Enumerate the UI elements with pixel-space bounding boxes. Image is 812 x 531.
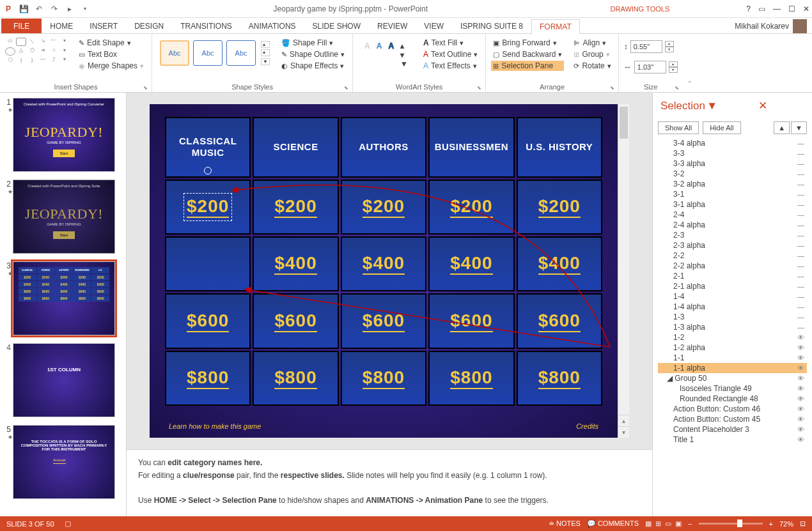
selection-item[interactable]: 2-4 alpha— bbox=[658, 220, 807, 230]
value-cell[interactable]: $200 bbox=[253, 180, 338, 235]
selection-item[interactable]: Title 1👁 bbox=[658, 435, 807, 445]
ribbon-display-icon[interactable]: ▭ bbox=[758, 4, 765, 13]
selection-item[interactable]: 1-2 alpha👁 bbox=[658, 342, 807, 353]
group-button[interactable]: ⊞ Group ▾ bbox=[572, 49, 613, 59]
notes-toggle[interactable]: ≐ NOTES bbox=[549, 519, 581, 528]
selection-item[interactable]: 1-3— bbox=[658, 312, 807, 322]
value-cell[interactable]: $200 bbox=[165, 180, 251, 235]
user-account[interactable]: Mikhail Kokarev bbox=[730, 19, 812, 33]
selection-item[interactable]: 3-3 alpha— bbox=[658, 158, 807, 169]
wordart-style-1[interactable]: A bbox=[364, 42, 370, 68]
value-cell[interactable]: $800 bbox=[428, 351, 514, 406]
shape-effects-button[interactable]: ◐ Shape Effects ▾ bbox=[279, 61, 347, 71]
category-cell[interactable]: U.S. HISTORY bbox=[517, 117, 602, 178]
selection-item[interactable]: Rounded Rectangle 48👁 bbox=[658, 394, 807, 404]
editor-vscroll[interactable]: ▴ ▾ bbox=[618, 104, 629, 438]
value-cell[interactable]: $600 bbox=[428, 293, 514, 348]
text-outline-button[interactable]: A Text Outline ▾ bbox=[421, 49, 480, 59]
value-cell[interactable]: $200 bbox=[428, 180, 514, 235]
selection-item[interactable]: 1-4— bbox=[658, 291, 807, 302]
style-swatch-2[interactable]: Abc bbox=[193, 40, 223, 66]
selection-item[interactable]: 2-3 alpha— bbox=[658, 240, 807, 250]
zoom-level[interactable]: 72% bbox=[779, 520, 793, 528]
edit-shape-button[interactable]: ✎ Edit Shape ▾ bbox=[76, 38, 146, 48]
value-cell[interactable]: $600 bbox=[341, 293, 426, 348]
shape-outline-button[interactable]: ✎ Shape Outline ▾ bbox=[279, 49, 347, 59]
tab-insert[interactable]: INSERT bbox=[81, 19, 126, 33]
close-pane-icon[interactable]: ✕ bbox=[758, 99, 804, 112]
bring-forward-button[interactable]: ▣ Bring Forward ▾ bbox=[491, 38, 564, 48]
selection-item[interactable]: 1-1👁 bbox=[658, 353, 807, 363]
close-icon[interactable]: ✕ bbox=[803, 4, 809, 13]
text-fill-button[interactable]: A Text Fill ▾ bbox=[421, 38, 480, 48]
selection-item[interactable]: 2-1 alpha— bbox=[658, 281, 807, 291]
comments-toggle[interactable]: 💬 COMMENTS bbox=[587, 519, 639, 528]
selection-item[interactable]: 3-2 alpha— bbox=[658, 179, 807, 189]
shape-fill-button[interactable]: 🪣 Shape Fill ▾ bbox=[279, 38, 347, 48]
selection-list[interactable]: 3-4 alpha—3-3—3-3 alpha—3-2—3-2 alpha—3-… bbox=[653, 137, 812, 516]
learn-link[interactable]: Learn how to make this game bbox=[169, 422, 261, 430]
thumbnail-4[interactable]: 4 1ST COLUMN bbox=[3, 343, 123, 417]
slideshow-view-icon[interactable]: ▣ bbox=[675, 519, 682, 528]
tab-review[interactable]: REVIEW bbox=[369, 19, 416, 33]
slide-canvas[interactable]: CLASSICAL MUSICSCIENCEAUTHORSBUSINESSMEN… bbox=[150, 104, 618, 438]
value-cell[interactable]: $800 bbox=[253, 351, 338, 406]
prev-slide-icon[interactable]: ▴ bbox=[618, 415, 629, 426]
value-cell[interactable]: $400 bbox=[428, 236, 514, 291]
selection-item[interactable]: 2-2— bbox=[658, 250, 807, 261]
pane-dropdown-icon[interactable]: ▼ bbox=[707, 100, 753, 112]
rotate-button[interactable]: ⟳ Rotate ▾ bbox=[572, 61, 613, 71]
tab-view[interactable]: VIEW bbox=[416, 19, 452, 33]
selection-item[interactable]: 2-1— bbox=[658, 271, 807, 281]
tab-ispring[interactable]: ISPRING SUITE 8 bbox=[452, 19, 531, 33]
wordart-style-2[interactable]: A bbox=[377, 42, 382, 68]
save-icon[interactable]: 💾 bbox=[18, 3, 29, 15]
move-up-button[interactable]: ▲ bbox=[774, 121, 790, 134]
merge-shapes-button[interactable]: ◉ Merge Shapes ▾ bbox=[76, 61, 146, 71]
redo-icon[interactable]: ↷ bbox=[49, 3, 60, 15]
wordart-style-3[interactable]: A bbox=[388, 42, 394, 68]
zoom-slider[interactable] bbox=[699, 523, 763, 525]
selection-item[interactable]: 2-4— bbox=[658, 210, 807, 220]
notes-pane[interactable]: You can edit category names here. For ed… bbox=[127, 449, 652, 516]
reading-view-icon[interactable]: ▭ bbox=[665, 519, 671, 528]
selection-item[interactable]: 2-3— bbox=[658, 230, 807, 240]
selection-item[interactable]: 1-1 alpha👁 bbox=[658, 363, 807, 373]
category-cell[interactable]: SCIENCE bbox=[253, 117, 338, 178]
thumbnail-3[interactable]: 3★ CLASSICALSCIENCEAUTHORSBUSINESSMENU.S… bbox=[3, 261, 123, 335]
text-box-button[interactable]: ▭ Text Box bbox=[76, 49, 146, 59]
selection-item[interactable]: 1-2👁 bbox=[658, 332, 807, 342]
value-cell[interactable]: $400 bbox=[341, 236, 426, 291]
style-swatch-1[interactable]: Abc bbox=[160, 40, 189, 66]
thumbnail-1[interactable]: 1★ Created with PowerPoint and iSpring C… bbox=[3, 98, 123, 172]
style-swatch-3[interactable]: Abc bbox=[226, 40, 256, 66]
category-cell[interactable]: BUSINESSMEN bbox=[428, 117, 514, 178]
tab-design[interactable]: DESIGN bbox=[126, 19, 172, 33]
collapse-ribbon-icon[interactable]: ˆ bbox=[683, 34, 697, 92]
move-down-button[interactable]: ▼ bbox=[791, 121, 807, 134]
tab-file[interactable]: FILE bbox=[1, 19, 42, 33]
selection-item[interactable]: 3-1— bbox=[658, 189, 807, 199]
fit-to-window-icon[interactable]: ⊡ bbox=[800, 519, 806, 528]
value-cell[interactable]: $400 bbox=[517, 236, 602, 291]
value-cell[interactable]: $600 bbox=[517, 293, 602, 348]
height-spinner[interactable]: ▴▾ bbox=[665, 41, 674, 52]
shape-style-gallery[interactable]: Abc Abc Abc ▴▾▼ bbox=[157, 38, 272, 68]
selection-item[interactable]: 3-2— bbox=[658, 169, 807, 179]
thumbnail-2[interactable]: 2★ Created with PowerPoint and iSpring S… bbox=[3, 180, 123, 254]
selection-item[interactable]: ◢ Group 50👁 bbox=[658, 373, 807, 383]
normal-view-icon[interactable]: ▦ bbox=[645, 519, 652, 528]
next-slide-icon[interactable]: ▾ bbox=[618, 426, 629, 438]
value-cell[interactable]: $800 bbox=[341, 351, 426, 406]
send-backward-button[interactable]: ▢ Send Backward ▾ bbox=[491, 49, 564, 59]
text-effects-button[interactable]: A Text Effects ▾ bbox=[421, 61, 480, 71]
zoom-out-icon[interactable]: − bbox=[688, 520, 692, 528]
wordart-gallery[interactable]: A A A ▴▾▼ bbox=[358, 38, 414, 72]
height-input[interactable] bbox=[630, 40, 662, 53]
help-icon[interactable]: ? bbox=[746, 4, 751, 13]
hide-all-button[interactable]: Hide All bbox=[703, 121, 740, 134]
value-cell[interactable]: $400 bbox=[165, 236, 251, 291]
slide-indicator[interactable]: SLIDE 3 OF 50 bbox=[6, 520, 54, 528]
tab-home[interactable]: HOME bbox=[42, 19, 81, 33]
selection-item[interactable]: 1-4 alpha— bbox=[658, 302, 807, 312]
